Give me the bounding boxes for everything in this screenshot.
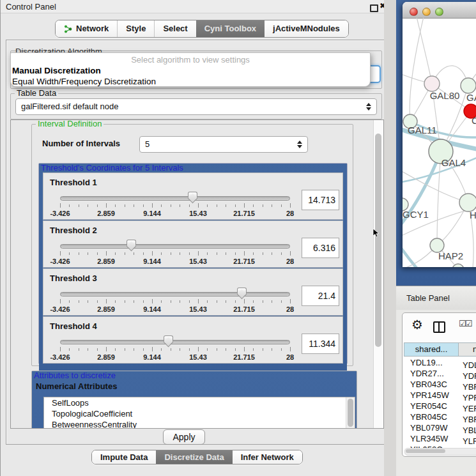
slider-thumb[interactable] [127,240,137,251]
tick-label: 28 [274,305,306,313]
attributes-list-scrollbar[interactable] [346,397,355,429]
bottom-tab-infer-network[interactable]: Infer Network [233,450,302,464]
slider-track[interactable] [60,292,290,296]
bottom-tab-discretize-data[interactable]: Discretize Data [156,450,232,464]
cell-shared-name: YDL19... [404,357,459,368]
tick-mark [281,204,282,207]
cell-shared-name: YBR045C [404,411,459,422]
tick-mark [171,348,171,351]
table-hscrollbar-thumb[interactable] [406,449,445,453]
threshold-value-field[interactable]: 6.316 [302,238,339,258]
tick-mark [88,252,88,255]
tick-mark [272,252,272,255]
bottom-tab-impute-data[interactable]: Impute Data [92,450,156,464]
tick-mark [272,300,272,303]
tick-mark [152,251,153,256]
minimize-traffic-light[interactable] [422,8,431,16]
table-row[interactable]: YPR145WYPR1 [404,390,476,401]
combo-arrows-icon[interactable] [366,102,372,111]
attribute-item-topologicalcoefficient[interactable]: TopologicalCoefficient [44,408,355,419]
tick-mark [152,203,153,208]
slider-thumb[interactable] [188,192,198,203]
threshold-slider[interactable]: -3.4262.8599.14415.4321.71528 [60,194,290,218]
algorithm-option-manual-discretization[interactable]: Manual Discretization [11,65,370,76]
tick-mark [60,251,61,256]
tick-mark [106,251,107,256]
network-canvas[interactable]: GAL80GAL11GAL4GCY1HAP2GACH [403,18,476,267]
threshold-value-field[interactable]: 21.4 [302,286,339,306]
tab-select[interactable]: Select [154,20,196,37]
close-traffic-light[interactable] [410,8,418,16]
table-row[interactable]: YLR345WYLR3 [404,433,476,444]
settings-scrollbar-thumb[interactable] [375,134,381,347]
algorithm-popup-placeholder: Select algorithm to view settings [11,54,370,65]
threshold-value-field[interactable]: 14.713 [302,190,339,210]
tick-label: 28 [274,210,306,217]
cell-shared-name: YLR345W [404,433,459,444]
network-node-gal80[interactable] [424,76,440,91]
attribute-item-betweennesscentrality[interactable]: BetweennessCentrality [44,419,355,429]
tick-mark [125,348,125,351]
table-row[interactable]: YDL19...YDL1 [404,357,476,368]
panel-divider[interactable] [384,0,396,476]
algorithm-option-equal-width-frequency-discretization[interactable]: Equal Width/Frequency Discretization [11,76,370,87]
threshold-slider[interactable]: -3.4262.8599.14415.4321.71528 [60,289,290,314]
zoom-traffic-light[interactable] [435,8,443,16]
network-node[interactable] [459,194,476,211]
threshold-value-field[interactable]: 11.344 [302,334,339,354]
tick-mark [263,348,263,351]
tab-jactivemnodules[interactable]: jActiveMNodules [265,20,348,37]
table-row[interactable]: YER054CYER0 [404,401,476,411]
tick-mark [125,204,125,207]
column-header-shared-name[interactable]: shared... [404,342,459,357]
network-node[interactable] [461,78,476,93]
slider-thumb[interactable] [236,288,247,299]
tick-mark [125,252,125,255]
slider-track[interactable] [60,244,290,249]
tick-mark [97,252,98,255]
slider-thumb[interactable] [163,335,173,347]
slider-tick-labels: -3.4262.8599.14415.4321.71528 [60,210,290,217]
tab-network[interactable]: Network [56,20,117,37]
slider-track[interactable] [60,196,290,201]
settings-vertical-scrollbar[interactable] [373,120,383,428]
combo-arrows-icon[interactable] [297,140,303,149]
float-window-icon[interactable] [370,4,378,12]
cyni-toolbox-content: Discretization Algorithm Select algorith… [6,40,385,445]
slider-track[interactable] [60,340,290,344]
table-row[interactable]: YDR27...YDR2 [404,368,476,379]
table-row[interactable]: YBR045CYBR0 [404,411,476,422]
table-data-value: galFiltered.sif default node [21,99,118,114]
tick-mark [198,251,199,256]
table-horizontal-scrollbar[interactable] [404,448,476,456]
gear-icon[interactable]: ⚙ [411,317,423,332]
apply-button[interactable]: Apply [163,429,205,445]
threshold-slider[interactable]: -3.4262.8599.14415.4321.71528 [60,337,290,362]
attributes-scrollbar-thumb[interactable] [348,399,353,427]
tab-cyni-toolbox[interactable]: Cyni Toolbox [196,20,265,37]
tick-mark [235,348,236,351]
tick-label: 9.144 [136,305,168,313]
tick-mark [189,348,190,351]
slider-ticks [60,347,290,352]
tick-mark [207,348,208,351]
tick-mark [180,348,180,351]
attribute-item-selfloops[interactable]: SelfLoops [44,397,355,408]
column-header-name[interactable]: na [459,342,476,357]
table-row[interactable]: YBL079WYBL0 [404,422,476,433]
interval-definition-group: Interval Definition Number of Intervals … [31,124,353,366]
tick-mark [290,251,291,256]
tick-mark [226,348,226,351]
tab-style[interactable]: Style [117,20,154,37]
columns-icon[interactable] [433,321,445,333]
tick-mark [115,300,116,303]
threshold-slider[interactable]: -3.4262.8599.14415.4321.71528 [60,242,290,266]
tick-mark [281,300,282,303]
table-data-combobox[interactable]: galFiltered.sif default node [15,98,377,115]
select-columns-checkboxes-icon[interactable]: ☑☑ [459,319,471,328]
attributes-listbox[interactable]: SelfLoopsTopologicalCoefficientBetweenne… [43,397,355,429]
table-row[interactable]: YBR043CYBR0 [404,379,476,390]
network-icon [64,25,72,33]
number-of-intervals-combobox[interactable]: 5 [139,136,308,153]
tick-mark [253,204,254,207]
